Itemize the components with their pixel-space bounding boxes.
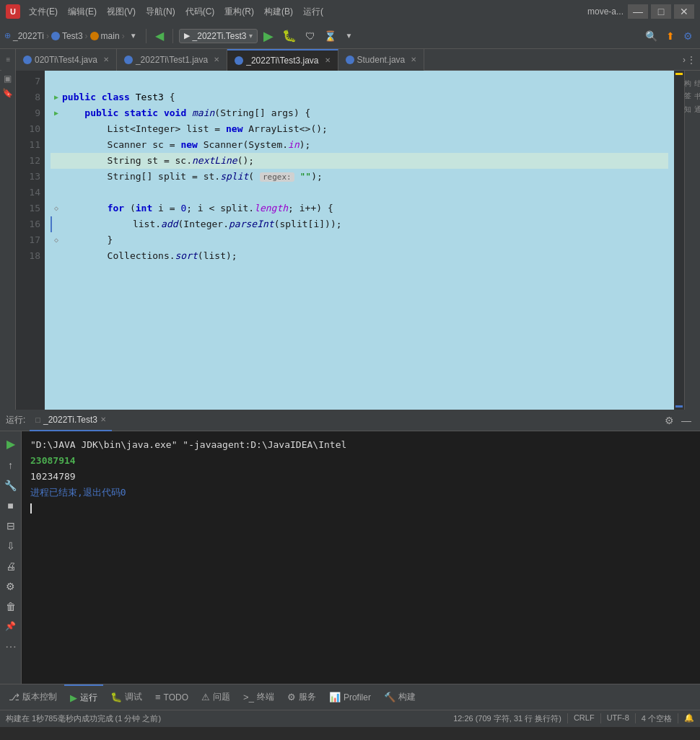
run-settings-btn[interactable]: ⚙ [4,579,17,594]
close-button[interactable]: ✕ [674,4,694,19]
window-title: move-a... [587,6,624,17]
tab-close-icon[interactable]: ✕ [411,56,416,63]
run-panel-header: 运行: □ _2022Ti.Test3 ✕ ⚙ — [0,410,700,431]
run-config-selector[interactable]: ▶ _2022Ti.Test3 ▾ [179,29,258,43]
run-panel-label: 运行: [6,414,25,426]
menu-run[interactable]: 运行( [299,4,328,19]
bottom-tab-run[interactable]: ▶ 运行 [64,684,103,710]
menu-edit[interactable]: 编辑(E) [64,4,101,19]
services-label: 服务 [299,691,316,703]
menu-nav[interactable]: 导航(N) [141,4,180,19]
debug-button[interactable]: 🐛 [279,27,299,44]
code-line-8: ▶ public class Test3 { [51,89,668,105]
update-button[interactable]: ⬆ [663,29,678,43]
tab-test1[interactable]: _2022Ti\Test1.java ✕ [117,49,227,71]
menu-file[interactable]: 文件(E) [25,4,62,19]
breadcrumb-class[interactable]: Test3 [51,31,83,41]
code-text-14 [62,185,68,201]
bottom-tab-debug[interactable]: 🐛 调试 [105,684,148,710]
bookmark-icon[interactable]: 🔖 [2,88,13,98]
run-minimize-button[interactable]: — [678,415,694,426]
status-line-sep[interactable]: CRLF [574,713,595,724]
wrench-button[interactable]: 🔧 [3,478,18,493]
tab-test3[interactable]: _2022Ti\Test3.java ✕ [227,49,338,71]
tab-close-active-icon[interactable]: ✕ [325,56,331,64]
menu-refactor[interactable]: 重构(R) [220,4,258,19]
menu-build[interactable]: 构建(B) [260,4,297,19]
editor-right-panel: 结构 书签 通知 [684,71,700,410]
status-indent[interactable]: 4 个空格 [642,713,672,724]
bottom-tab-build[interactable]: 🔨 构建 [378,684,421,710]
back-button[interactable]: ◀ [152,27,167,44]
code-text-18: Collections.sort(list); [62,248,237,264]
more-button[interactable]: ⋯ [4,638,18,655]
editor-area: ▣ 🔖 ⚠ ⚠ 1 ∧ ∨ 7 8 9 10 11 12 13 14 15 16… [0,71,700,410]
coverage-button[interactable]: 🛡 [302,29,318,43]
fold-icon[interactable]: ▣ [4,74,12,84]
profile-button[interactable]: ⌛ [321,29,339,43]
run-tab-label: _2022Ti.Test3 [43,415,97,425]
stop-button[interactable]: ■ [6,498,14,513]
bottom-tab-vcs[interactable]: ⎇ 版本控制 [3,684,63,710]
status-encoding[interactable]: UTF-8 [607,713,629,724]
code-text-12: String st = sc.nextLine(); [62,153,254,169]
editor-left-strip: ▣ 🔖 [0,71,16,410]
tab-close-icon[interactable]: ✕ [214,56,219,63]
bottom-tab-problems[interactable]: ⚠ 问题 [196,684,236,710]
code-line-9: ▶ public static void main(String[] args)… [51,105,668,121]
build-label: 构建 [398,691,416,703]
status-notification-icon[interactable]: 🔔 [684,713,694,724]
sidebar-toggle[interactable]: ≡ [1,49,16,71]
code-line-14 [51,185,668,201]
todo-label: TODO [164,692,188,702]
app-icon: U [6,4,20,19]
tab-close-icon[interactable]: ✕ [103,56,109,63]
clear-button[interactable]: 🗑 [4,599,17,614]
status-right: 12:26 (709 字符, 31 行 换行符) CRLF UTF-8 4 个空… [453,713,694,724]
bottom-tab-todo[interactable]: ≡ TODO [149,684,194,710]
breadcrumb-project[interactable]: ⊕ _2022Ti [4,31,44,41]
search-button[interactable]: 🔍 [642,29,660,43]
tab-test4[interactable]: 020Ti\Test4.java ✕ [16,49,117,71]
print-button[interactable]: 🖨 [4,559,17,573]
vcs-label: 版本控制 [22,691,57,703]
minimize-button[interactable]: — [628,4,648,19]
bottom-tab-terminal[interactable]: >_ 终端 [237,684,280,710]
run-sidebar: ▶ ↑ 🔧 ■ ⊟ ⇩ 🖨 ⚙ 🗑 📌 ⋯ [0,431,22,684]
status-build-message[interactable]: 构建在 1秒785毫秒内成功完成 (1 分钟 之前) [6,713,161,724]
breadcrumb-method[interactable]: main [90,31,120,41]
run-tab[interactable]: □ _2022Ti.Test3 ✕ [30,410,112,431]
bottom-tab-services[interactable]: ⚙ 服务 [281,684,322,710]
code-text-10: List<Integer> list = new ArrayList<>(); [62,121,328,137]
bottom-tab-profiler[interactable]: 📊 Profiler [323,684,377,710]
menu-code[interactable]: 代码(C) [181,4,219,19]
run-tab-close-icon[interactable]: ✕ [100,415,106,423]
debug-label: 调试 [125,691,142,703]
more-run-button[interactable]: ▼ [342,30,355,41]
code-line-11: Scanner sc = new Scanner(System.in); [51,137,668,153]
filter-button[interactable]: ⊟ [5,519,17,533]
tab-overflow-button[interactable]: › ⋮ [678,55,700,65]
pin-button[interactable]: 📌 [4,620,17,633]
code-line-10: List<Integer> list = new ArrayList<>(); [51,121,668,137]
code-line-12: String st = sc.nextLine(); [51,153,668,169]
tab-student[interactable]: Student.java ✕ [338,49,425,71]
run-marker-icon-9: ▶ [54,105,58,121]
run-cursor-line[interactable] [30,501,691,516]
settings-button[interactable]: ⚙ [681,29,696,43]
code-editor[interactable]: ⚠ ⚠ 1 ∧ ∨ 7 8 9 10 11 12 13 14 15 16 17 … [16,71,684,410]
run-settings-icon[interactable]: ⚙ [665,415,674,426]
maximize-button[interactable]: □ [651,4,671,19]
rerun-button[interactable]: ↑ [6,458,14,472]
breadcrumb-expand-button[interactable]: ▼ [127,30,140,41]
scroll-to-end-button[interactable]: ⇩ [5,539,17,553]
menu-view[interactable]: 视图(V) [102,4,140,19]
run-play-button[interactable]: ▶ [5,436,17,452]
bottom-tab-bar: ⎇ 版本控制 ▶ 运行 🐛 调试 ≡ TODO ⚠ 问题 >_ 终端 ⚙ 服务 … [0,684,700,710]
code-content[interactable]: ▶ public class Test3 { ▶ public static v… [45,71,674,410]
code-line-18: Collections.sort(list); [51,248,668,264]
editor-scrollbar[interactable] [674,71,684,410]
todo-icon: ≡ [155,692,161,702]
run-button[interactable]: ▶ [261,27,276,45]
status-position[interactable]: 12:26 (709 字符, 31 行 换行符) [453,713,561,724]
